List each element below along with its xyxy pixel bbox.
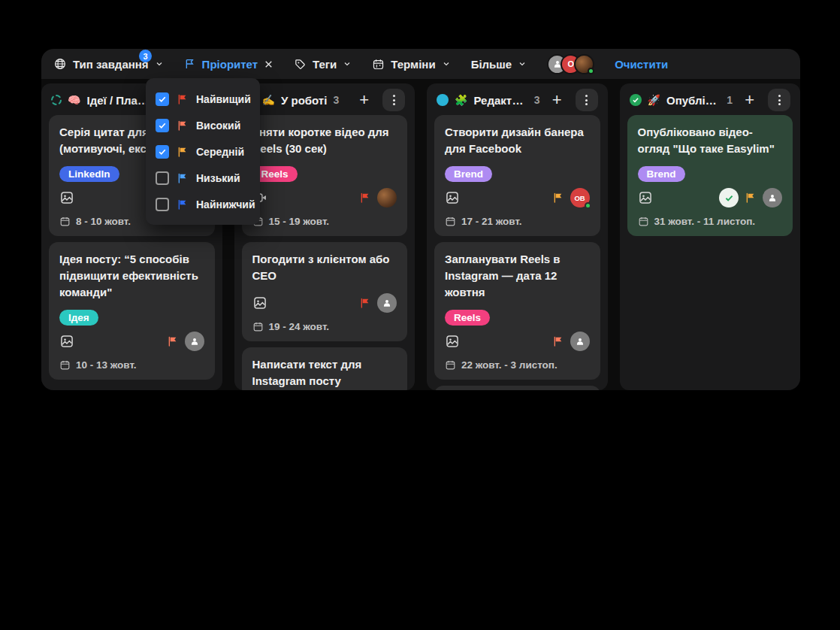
calendar-icon <box>445 216 456 227</box>
checkbox-icon[interactable] <box>156 171 169 185</box>
task-card-done[interactable]: Опубліковано відео-огляд "Що таке Easyli… <box>627 115 793 236</box>
priority-flag-icon <box>552 335 564 347</box>
filter-priority[interactable]: Пріоритет <box>184 58 274 71</box>
close-icon[interactable] <box>264 59 273 69</box>
column-title: Редактура / Пере… <box>473 94 527 107</box>
puzzle-emoji-icon: 🧩 <box>455 95 467 105</box>
card-dates-text: 17 - 21 жовт. <box>461 216 522 227</box>
card-meta-row <box>59 332 204 351</box>
task-card[interactable]: Ідея посту: “5 способів підвищити ефекти… <box>49 242 215 380</box>
assignee-avatar[interactable]: ОВ <box>570 188 590 207</box>
image-icon <box>638 190 653 205</box>
assignee-avatar[interactable] <box>570 332 590 351</box>
task-card[interactable]: Перевірити тексти на <box>434 386 600 390</box>
chevron-down-icon <box>343 59 352 68</box>
card-meta-row <box>638 188 783 207</box>
priority-dropdown: Найвищий Високий Середній Низький Найниж <box>146 78 260 225</box>
assignee-avatar[interactable] <box>763 188 782 207</box>
filter-terms[interactable]: Терміни <box>372 58 450 71</box>
column-count: 3 <box>534 94 540 106</box>
column-editing: 🧩 Редактура / Пере… 3 + Створити дизайн … <box>427 83 608 390</box>
card-title: Ідея посту: “5 способів підвищити ефекти… <box>59 251 204 301</box>
checkbox-icon[interactable] <box>156 198 169 211</box>
filter-bar: Тип завдання 3 Пріоритет Теги Терміни <box>41 49 800 79</box>
column-title: Ідеї / Планування <box>86 94 154 107</box>
priority-filter-badge: 3 <box>139 50 152 62</box>
column-count: 3 <box>333 94 339 106</box>
flag-icon <box>177 172 189 184</box>
online-dot <box>588 68 594 74</box>
chevron-down-icon <box>442 59 451 68</box>
writing-hand-emoji-icon: ✍️ <box>262 95 275 105</box>
image-icon <box>445 334 460 349</box>
flag-icon <box>177 120 189 132</box>
rocket-emoji-icon: 🚀 <box>648 95 660 105</box>
priority-option-low[interactable]: Низький <box>156 165 250 191</box>
card-title: Запланувати Reels в Instagram — дата 12 … <box>445 251 590 301</box>
filter-tags[interactable]: Теги <box>294 58 352 71</box>
assignee-avatar[interactable] <box>377 188 397 207</box>
card-dates-text: 15 - 19 жовт. <box>269 216 330 227</box>
task-card[interactable]: Написати текст для Instagram посту <box>242 347 408 390</box>
column-title: Опубліковано <box>666 94 721 107</box>
priority-option-label: Найвищий <box>196 93 251 105</box>
task-card[interactable]: Зняти коротке відео для Reels (30 сек) R… <box>242 115 408 236</box>
globe-icon <box>53 57 67 71</box>
column-header: 🚀 Опубліковано 1 + <box>627 89 793 111</box>
tag-pill: Brend <box>638 166 685 182</box>
priority-option-high[interactable]: Високий <box>156 112 250 138</box>
task-card[interactable]: Погодити з клієнтом або CEO 19 - 24 жовт… <box>242 242 408 341</box>
tag-pill: Ідея <box>59 310 98 326</box>
column-menu-button[interactable] <box>768 89 790 111</box>
filter-more-label: Більше <box>471 58 512 71</box>
add-card-button[interactable]: + <box>359 92 369 108</box>
priority-flag-icon <box>745 192 757 204</box>
add-card-button[interactable]: + <box>745 92 754 108</box>
card-meta-row <box>445 332 590 351</box>
column-published: 🚀 Опубліковано 1 + Опубліковано відео-ог… <box>620 83 801 390</box>
tag-pill: Brend <box>445 166 492 182</box>
card-title: Створити дизайн банера для Facebook <box>445 124 590 157</box>
card-title: Погодити з клієнтом або CEO <box>252 251 397 284</box>
card-dates: 22 жовт. - 3 листоп. <box>445 357 590 371</box>
kanban-app: Тип завдання 3 Пріоритет Теги Терміни <box>41 49 800 390</box>
assignee-avatar[interactable] <box>377 293 397 313</box>
column-header: ✍️ У роботі 3 + <box>242 89 408 111</box>
card-dates-text: 10 - 13 жовт. <box>76 359 137 371</box>
priority-option-highest[interactable]: Найвищий <box>156 86 250 112</box>
filter-more[interactable]: Більше <box>471 58 527 71</box>
calendar-icon <box>445 359 456 371</box>
status-circle-icon <box>437 94 449 106</box>
priority-option-lowest[interactable]: Найнижчий <box>156 191 250 217</box>
task-card[interactable]: Запланувати Reels в Instagram — дата 12 … <box>434 242 600 380</box>
add-card-button[interactable]: + <box>552 92 562 108</box>
checkbox-icon[interactable] <box>156 145 169 159</box>
priority-flag-icon <box>359 297 371 309</box>
priority-option-label: Високий <box>196 120 240 132</box>
priority-option-label: Низький <box>196 172 240 184</box>
priority-flag-icon <box>552 192 564 204</box>
card-dates: 31 жовт. - 11 листоп. <box>638 214 783 227</box>
online-dot <box>585 202 591 209</box>
flag-icon <box>177 198 189 211</box>
task-card[interactable]: Створити дизайн банера для Facebook Bren… <box>434 115 600 236</box>
card-meta-row <box>252 188 397 207</box>
calendar-icon <box>252 321 264 332</box>
tag-icon <box>294 58 307 71</box>
card-title: Зняти коротке відео для Reels (30 сек) <box>252 124 397 157</box>
assignee-avatar[interactable] <box>185 332 204 351</box>
column-menu-button[interactable] <box>382 89 405 111</box>
chevron-down-icon <box>155 59 164 68</box>
checkbox-icon[interactable] <box>156 119 169 132</box>
assignee-avatars[interactable]: О <box>547 54 594 74</box>
clear-filters-button[interactable]: Очистити <box>615 58 668 71</box>
column-menu-button[interactable] <box>576 89 598 111</box>
filter-tags-label: Теги <box>313 58 337 71</box>
image-icon <box>59 334 74 349</box>
checkbox-icon[interactable] <box>156 92 169 106</box>
column-in-progress: ✍️ У роботі 3 + Зняти коротке відео для … <box>234 83 415 390</box>
calendar-icon <box>59 216 71 227</box>
tag-pill: Reels <box>445 310 490 326</box>
priority-option-medium[interactable]: Середній <box>156 138 250 165</box>
priority-option-label: Найнижчий <box>196 198 255 211</box>
